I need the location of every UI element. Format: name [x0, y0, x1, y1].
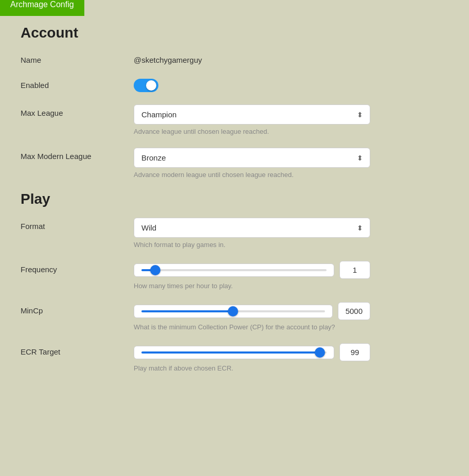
- mincp-hint: What is the minimum Collection Power (CP…: [134, 323, 448, 331]
- max-modern-league-control-wrapper: Bronze Silver Gold Platinum Diamond Cham…: [134, 148, 448, 179]
- play-section-title: Play: [21, 191, 448, 207]
- format-label: Format: [21, 218, 134, 231]
- title-bar: Archmage Config: [0, 0, 469, 9]
- max-league-row: Max League Bronze Silver Gold Platinum D…: [21, 104, 448, 135]
- enabled-toggle[interactable]: [134, 79, 158, 92]
- max-modern-league-label: Max Modern League: [21, 148, 134, 161]
- max-league-select[interactable]: Bronze Silver Gold Platinum Diamond Cham…: [134, 104, 370, 125]
- format-hint: Which format to play games in.: [134, 241, 448, 249]
- max-modern-league-row: Max Modern League Bronze Silver Gold Pla…: [21, 148, 448, 179]
- account-section-title: Account: [21, 25, 448, 41]
- format-control-wrapper: Wild Standard Twist Classic ⬍ Which form…: [134, 218, 448, 249]
- frequency-slider[interactable]: [141, 269, 327, 271]
- ecr-target-slider-wrapper: 99: [134, 343, 370, 361]
- frequency-control-wrapper: 1 How many times per hour to play.: [134, 261, 448, 290]
- frequency-hint: How many times per hour to play.: [134, 282, 448, 290]
- ecr-target-hint: Play match if above chosen ECR.: [134, 364, 448, 372]
- mincp-control-wrapper: 5000 What is the minimum Collection Powe…: [134, 302, 448, 331]
- enabled-control-wrapper: [134, 77, 448, 92]
- name-row: Name @sketchygamerguy: [21, 51, 448, 64]
- name-label: Name: [21, 51, 134, 64]
- frequency-label: Frequency: [21, 261, 134, 274]
- max-league-control-wrapper: Bronze Silver Gold Platinum Diamond Cham…: [134, 104, 448, 135]
- frequency-slider-wrapper: 1: [134, 261, 370, 279]
- max-modern-league-hint: Advance modern league until chosen leagu…: [134, 171, 448, 179]
- enabled-row: Enabled: [21, 77, 448, 92]
- ecr-target-label: ECR Target: [21, 343, 134, 356]
- ecr-target-control-wrapper: 99 Play match if above chosen ECR.: [134, 343, 448, 372]
- max-league-label: Max League: [21, 104, 134, 117]
- format-select-wrapper: Wild Standard Twist Classic ⬍: [134, 218, 370, 238]
- name-value: @sketchygamerguy: [134, 51, 448, 64]
- mincp-row: MinCp 5000 What is the minimum Collectio…: [21, 302, 448, 331]
- enabled-label: Enabled: [21, 77, 134, 90]
- mincp-slider-wrapper: 5000: [134, 302, 370, 320]
- mincp-label: MinCp: [21, 302, 134, 315]
- ecr-target-row: ECR Target 99 Play match if above chosen…: [21, 343, 448, 372]
- ecr-target-slider-track: [134, 346, 334, 359]
- mincp-slider-track: [134, 305, 333, 318]
- mincp-value: 5000: [338, 302, 370, 320]
- max-league-select-wrapper: Bronze Silver Gold Platinum Diamond Cham…: [134, 104, 370, 125]
- name-value-wrapper: @sketchygamerguy: [134, 51, 448, 64]
- ecr-target-slider[interactable]: [141, 351, 327, 354]
- max-league-hint: Advance league until chosen league reach…: [134, 128, 448, 135]
- format-select[interactable]: Wild Standard Twist Classic: [134, 218, 370, 238]
- max-modern-league-select[interactable]: Bronze Silver Gold Platinum Diamond Cham…: [134, 148, 370, 168]
- mincp-slider[interactable]: [141, 310, 325, 312]
- frequency-slider-track: [134, 263, 334, 277]
- frequency-value: 1: [339, 261, 370, 279]
- ecr-target-value: 99: [339, 343, 370, 361]
- toggle-slider: [134, 79, 158, 92]
- frequency-row: Frequency 1 How many times per hour to p…: [21, 261, 448, 290]
- app-title: Archmage Config: [0, 0, 84, 16]
- max-modern-league-select-wrapper: Bronze Silver Gold Platinum Diamond Cham…: [134, 148, 370, 168]
- format-row: Format Wild Standard Twist Classic ⬍ Whi…: [21, 218, 448, 249]
